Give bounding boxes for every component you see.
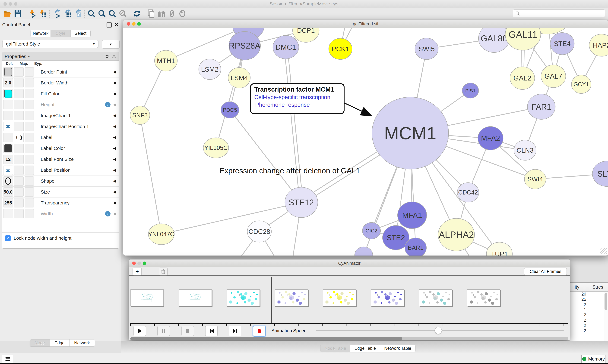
network-node-bar1[interactable]: BAR1	[405, 238, 426, 256]
show-details-button[interactable]	[177, 9, 188, 18]
network-node-far1[interactable]: FAR1	[527, 94, 555, 119]
mapping-cell[interactable]	[14, 155, 24, 164]
network-node-pis1[interactable]: PIS1	[462, 83, 479, 98]
mapping-cell[interactable]	[14, 100, 24, 109]
bypass-cell[interactable]	[25, 155, 34, 164]
table-row[interactable]: 2	[570, 328, 604, 333]
zoom-in-button[interactable]: +	[86, 9, 97, 18]
default-value-cell[interactable]	[3, 100, 13, 109]
default-value-cell[interactable]	[3, 166, 13, 175]
info-icon[interactable]: i	[105, 102, 111, 107]
default-value-cell[interactable]: 50.0	[3, 187, 13, 196]
app-window-controls[interactable]	[3, 2, 17, 6]
bypass-cell[interactable]	[25, 89, 34, 98]
float-window-icon[interactable]	[107, 23, 112, 27]
default-value-cell[interactable]	[3, 122, 13, 131]
tab-style[interactable]: Style	[51, 30, 71, 37]
network-node-dmc1[interactable]: DMC1	[273, 35, 299, 59]
property-row-fill-color[interactable]: Fill Color◀	[2, 88, 119, 99]
frame-thumbnail-4[interactable]	[323, 289, 356, 306]
property-row-size[interactable]: 50.0Size◀	[2, 187, 119, 197]
memory-button[interactable]: Memory	[581, 355, 606, 363]
go-to-start-button[interactable]	[205, 325, 218, 336]
expand-row-icon[interactable]: ◀	[113, 190, 116, 194]
pause-button[interactable]	[157, 325, 170, 336]
table-row[interactable]: 1	[570, 307, 604, 312]
network-node-mth1[interactable]: MTH1	[154, 50, 177, 71]
save-button[interactable]	[13, 9, 23, 18]
import-table-button[interactable]	[37, 9, 48, 18]
default-value-cell[interactable]	[3, 89, 13, 98]
network-node-ste4[interactable]: STE4	[550, 33, 574, 55]
frame-thumbnail-0[interactable]	[130, 289, 164, 306]
network-node-cdc42[interactable]: CDC42	[457, 183, 479, 202]
table-row[interactable]: 2	[570, 302, 604, 307]
zoom-selected-button[interactable]: ✓	[118, 9, 128, 18]
bypass-cell[interactable]	[25, 67, 34, 77]
mapping-cell[interactable]	[14, 166, 24, 175]
zoom-fit-button[interactable]: ⌐	[107, 9, 118, 18]
tab-node[interactable]: Node	[30, 339, 50, 346]
export-table-button[interactable]	[62, 9, 72, 18]
network-node-ste12[interactable]: STE12	[285, 187, 318, 218]
refresh-button[interactable]	[132, 9, 142, 18]
play-button[interactable]	[134, 325, 146, 336]
property-row-image-chart-position-1[interactable]: Image/Chart Position 1◀	[2, 121, 119, 132]
mapping-cell[interactable]	[14, 209, 24, 218]
maximize-icon[interactable]	[143, 261, 146, 265]
network-node-cln3[interactable]: CLN3	[514, 140, 536, 160]
mapping-cell[interactable]	[14, 187, 24, 196]
network-node-mfa2[interactable]: MFA2	[478, 127, 503, 150]
frame-thumbnail-2[interactable]	[227, 289, 260, 306]
network-node-cdc28[interactable]: CDC28	[247, 221, 271, 242]
delete-frame-button[interactable]	[159, 268, 168, 275]
properties-header[interactable]: Properties ▾	[2, 52, 119, 61]
table-row[interactable]: 26	[570, 292, 604, 297]
bypass-cell[interactable]	[25, 100, 34, 109]
bypass-cell[interactable]	[25, 122, 34, 131]
network-node-pck1[interactable]: PCK1	[329, 38, 352, 59]
network-node-swi4[interactable]: SWI4	[525, 169, 546, 189]
bypass-cell[interactable]	[25, 78, 34, 87]
network-node-slt2[interactable]: SLT2	[592, 161, 608, 186]
frame-thumbnail-6[interactable]	[419, 289, 452, 306]
add-frame-button[interactable]: +	[133, 268, 142, 275]
expand-row-icon[interactable]: ◀	[113, 70, 116, 74]
mapping-cell[interactable]	[14, 89, 24, 98]
mapping-cell[interactable]	[14, 122, 24, 131]
property-row-border-width[interactable]: 2.0Border Width◀	[2, 78, 119, 88]
expand-row-icon[interactable]: ◀	[113, 146, 116, 150]
table-row[interactable]: 2	[570, 323, 604, 328]
checkbox-checked-icon[interactable]: ✓	[5, 235, 11, 241]
scrollbar-thumb[interactable]	[130, 337, 402, 340]
expand-row-icon[interactable]: ◀	[113, 179, 116, 183]
network-node-yil105c[interactable]: YIL105C	[203, 138, 229, 158]
bypass-cell[interactable]	[25, 198, 34, 208]
network-node-gcy1[interactable]: GCY1	[571, 75, 591, 93]
bypass-cell[interactable]	[25, 166, 34, 175]
scrollbar[interactable]	[604, 292, 608, 345]
info-icon[interactable]: i	[105, 211, 111, 217]
expand-row-icon[interactable]: ◀	[113, 124, 116, 129]
maximize-icon[interactable]	[137, 22, 141, 26]
network-node-dcp1[interactable]: DCP1	[293, 28, 319, 42]
network-node-ynl047c[interactable]: YNL047C	[148, 224, 175, 245]
record-button[interactable]	[253, 325, 266, 337]
mapping-cell[interactable]	[14, 198, 24, 208]
property-row-transparency[interactable]: 255Transparency◀	[2, 197, 119, 208]
expand-row-icon[interactable]: ◀	[113, 114, 116, 118]
annotation-link[interactable]: Cell-type-specific transcription	[254, 94, 343, 101]
expand-row-icon[interactable]: ◀	[113, 168, 116, 172]
close-icon[interactable]	[132, 261, 136, 265]
tab-network[interactable]: Network	[31, 30, 51, 37]
property-row-height[interactable]: Heighti◀	[2, 99, 119, 110]
property-row-label-color[interactable]: Label Color◀	[2, 143, 119, 154]
network-node-bottom1[interactable]	[355, 247, 373, 256]
network-node-gal80[interactable]: GAL80	[479, 28, 510, 52]
cyanimator-titlebar[interactable]: CyAnimator	[129, 260, 570, 267]
close-icon[interactable]	[127, 22, 130, 26]
frame-thumbnail-1[interactable]	[179, 289, 212, 306]
maximize-icon[interactable]	[14, 2, 17, 6]
close-icon[interactable]	[3, 2, 7, 6]
mapping-cell[interactable]	[14, 78, 24, 87]
